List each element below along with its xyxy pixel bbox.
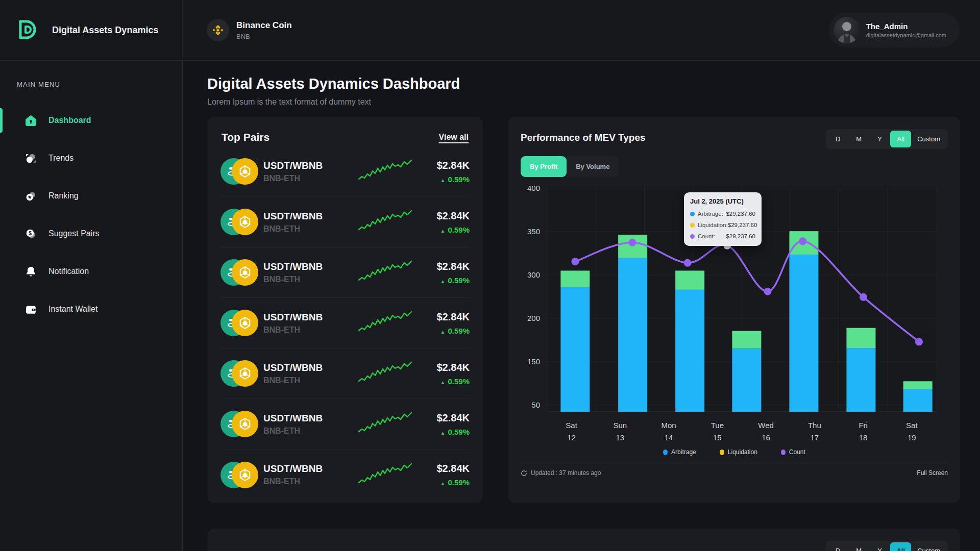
top-pairs-list: USDT/WBNB BNB-ETH $2.84K ▲0.59% — [220, 146, 470, 500]
sparkline-chart — [356, 210, 416, 234]
filter-by-profit[interactable]: By Profit — [521, 156, 567, 177]
ranking-icon — [24, 189, 37, 203]
sidebar: MAIN MENU Dashboard Trends Ranking$ Sugg… — [0, 61, 183, 551]
pair-coin-icons — [220, 462, 257, 488]
profile-email: digitalassetdynamic@gmail.com — [866, 32, 946, 38]
up-arrow-icon: ▲ — [440, 430, 446, 436]
sidebar-nav-list: Dashboard Trends Ranking$ Suggest Pairs … — [0, 102, 182, 328]
pair-coin-icons — [220, 209, 257, 235]
protocol-tab-m[interactable]: M — [848, 542, 869, 551]
svg-text:$: $ — [28, 230, 31, 236]
pair-row[interactable]: USDT/WBNB BNB-ETH $2.84K ▲0.59% — [220, 197, 470, 247]
sparkline-chart — [356, 311, 416, 335]
mev-chart-title: Performance of MEV Types — [521, 129, 646, 143]
pair-coin-icons — [220, 360, 257, 387]
sidebar-item-ranking[interactable]: Ranking — [0, 177, 182, 215]
pair-name: USDT/WBNB — [263, 362, 350, 373]
wbnb-coin-icon — [232, 360, 258, 387]
pair-row[interactable]: USDT/WBNB BNB-ETH $2.84K ▲0.59% — [220, 298, 470, 348]
sidebar-item-label: Ranking — [48, 191, 79, 201]
pair-sub-label: BNB-ETH — [263, 477, 350, 486]
up-arrow-icon: ▲ — [440, 228, 446, 234]
user-profile[interactable]: The_Admin digitalassetdynamic@gmail.com — [829, 13, 960, 47]
svg-text:Thu: Thu — [808, 421, 821, 430]
sidebar-section-label: MAIN MENU — [0, 61, 182, 102]
pair-name: USDT/WBNB — [263, 261, 350, 272]
legend-item-count[interactable]: Count — [781, 448, 805, 456]
svg-text:Wed: Wed — [758, 421, 774, 430]
page-subtitle: Lorem Ipsum is the text format of dummy … — [207, 97, 980, 107]
view-all-link[interactable]: View all — [439, 133, 469, 142]
bnb-coin-icon — [207, 19, 229, 41]
mev-tab-y[interactable]: Y — [869, 131, 890, 147]
wbnb-coin-icon — [232, 209, 258, 235]
pair-change: ▲0.59% — [423, 478, 470, 487]
sidebar-item-instant-wallet[interactable]: Instant Wallet — [0, 290, 182, 328]
pair-coin-icons — [220, 310, 257, 336]
tooltip-series-dot — [690, 223, 695, 228]
tooltip-series-dot — [690, 234, 695, 239]
mev-tab-m[interactable]: M — [848, 131, 869, 147]
svg-text:14: 14 — [665, 433, 673, 442]
pair-coin-icons — [220, 411, 257, 437]
legend-item-arbitrage[interactable]: Arbitrage — [663, 448, 696, 456]
sidebar-item-trends[interactable]: Trends — [0, 139, 182, 177]
sparkline-chart — [356, 463, 416, 487]
svg-text:13: 13 — [616, 433, 625, 442]
pair-value: $2.84K — [423, 362, 470, 373]
fullscreen-button[interactable]: Full Screen — [917, 469, 948, 477]
pair-row[interactable]: USDT/WBNB BNB-ETH $2.84K ▲0.59% — [220, 247, 470, 298]
pair-row[interactable]: USDT/WBNB BNB-ETH $2.84K ▲0.59% — [220, 146, 470, 197]
protocol-tab-d[interactable]: D — [827, 542, 848, 551]
sidebar-item-label: Suggest Pairs — [48, 229, 100, 238]
wbnb-coin-icon — [232, 462, 258, 488]
pair-change: ▲0.59% — [423, 428, 470, 436]
svg-text:15: 15 — [713, 433, 722, 442]
wbnb-coin-icon — [232, 158, 258, 185]
sparkline-chart — [356, 361, 416, 386]
pair-sub-label: BNB-ETH — [263, 427, 350, 436]
svg-text:12: 12 — [567, 433, 576, 442]
sidebar-item-dashboard[interactable]: Dashboard — [0, 102, 182, 139]
pair-change: ▲0.59% — [423, 377, 470, 386]
pair-row[interactable]: USDT/WBNB BNB-ETH $2.84K ▲0.59% — [220, 399, 470, 449]
protocol-range-tabs: DMYAllCustom — [826, 541, 948, 551]
sparkline-chart — [356, 159, 416, 184]
selected-coin[interactable]: Binance Coin BNB — [207, 19, 292, 41]
protocol-tab-custom[interactable]: Custom — [911, 542, 946, 551]
pair-change: ▲0.59% — [423, 276, 470, 285]
up-arrow-icon: ▲ — [440, 329, 446, 335]
protocol-tab-y[interactable]: Y — [869, 542, 890, 551]
sidebar-item-notification[interactable]: Notification — [0, 253, 182, 290]
profile-name: The_Admin — [866, 22, 946, 31]
pair-value: $2.84K — [423, 210, 470, 222]
tooltip-row: Count:$29,237.60 — [690, 231, 755, 242]
sparkline-chart — [356, 260, 416, 285]
pair-change: ▲0.59% — [423, 226, 470, 234]
legend-item-liquidation[interactable]: Liquidation — [720, 448, 757, 456]
mev-tab-d[interactable]: D — [827, 131, 848, 147]
pair-row[interactable]: USDT/WBNB BNB-ETH $2.84K ▲0.59% — [220, 449, 470, 500]
pair-name: USDT/WBNB — [263, 312, 350, 323]
pair-name: USDT/WBNB — [263, 463, 350, 474]
svg-text:300: 300 — [527, 270, 540, 279]
pair-name: USDT/WBNB — [263, 211, 350, 222]
mev-tab-all[interactable]: All — [890, 131, 911, 147]
svg-text:Sun: Sun — [614, 421, 627, 430]
pair-value: $2.84K — [423, 261, 470, 272]
filter-by-volume[interactable]: By Volume — [567, 156, 619, 177]
trends-icon — [24, 152, 37, 165]
mev-tab-custom[interactable]: Custom — [911, 131, 946, 147]
pair-row[interactable]: USDT/WBNB BNB-ETH $2.84K ▲0.59% — [220, 348, 470, 399]
chart-legend: ArbitrageLiquidationCount — [521, 448, 948, 456]
protocol-rankings-card: Protocol Rankings DMYAllCustom — [207, 529, 960, 551]
protocol-tab-all[interactable]: All — [890, 542, 911, 551]
svg-text:Fri: Fri — [859, 421, 868, 430]
sidebar-item-label: Dashboard — [48, 116, 91, 125]
pair-sub-label: BNB-ETH — [263, 275, 350, 284]
pair-sub-label: BNB-ETH — [263, 376, 350, 385]
svg-text:200: 200 — [527, 314, 540, 322]
pair-coin-icons — [220, 259, 257, 286]
refresh-icon[interactable] — [521, 470, 527, 477]
sidebar-item-suggest-pairs[interactable]: $ Suggest Pairs — [0, 215, 182, 253]
